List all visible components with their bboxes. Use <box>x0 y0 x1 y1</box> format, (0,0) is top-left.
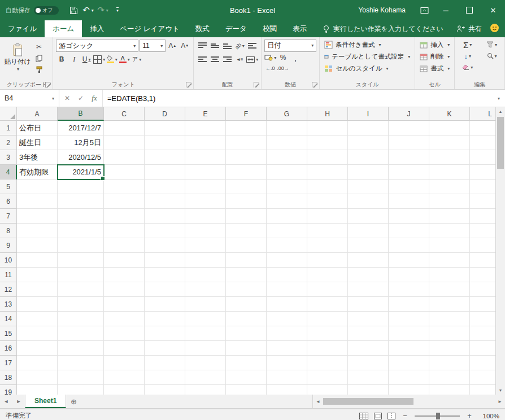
cell-I4[interactable] <box>348 165 389 180</box>
cell-I16[interactable] <box>348 341 389 356</box>
cell-G8[interactable] <box>267 224 307 238</box>
cell-H8[interactable] <box>307 224 348 238</box>
row-header-2[interactable]: 2 <box>0 135 17 150</box>
font-color-button[interactable]: A <box>119 54 130 65</box>
cell-C2[interactable] <box>104 135 145 150</box>
decrease-font-button[interactable]: A▼ <box>179 40 190 51</box>
decrease-decimal-button[interactable]: .00→ <box>277 63 289 74</box>
cell-C4[interactable] <box>104 165 145 180</box>
cell-A5[interactable] <box>17 180 58 194</box>
cell-B5[interactable] <box>58 180 104 194</box>
cell-G11[interactable] <box>267 268 307 282</box>
cell-L4[interactable] <box>470 165 495 180</box>
cell-H12[interactable] <box>307 282 348 297</box>
cell-A2[interactable]: 誕生日 <box>17 135 58 150</box>
cell-H3[interactable] <box>307 150 348 165</box>
cell-L7[interactable] <box>470 209 495 224</box>
cell-F11[interactable] <box>226 268 267 282</box>
cell-D11[interactable] <box>145 268 185 282</box>
cell-F4[interactable] <box>226 165 267 180</box>
conditional-formatting-button[interactable]: 条件付き書式 <box>323 39 412 51</box>
cell-K16[interactable] <box>429 341 470 356</box>
cell-G2[interactable] <box>267 135 307 150</box>
column-header-C[interactable]: C <box>104 107 145 121</box>
wrap-text-button[interactable] <box>246 40 258 51</box>
horizontal-scroll-thumb[interactable] <box>323 398 413 405</box>
cell-I19[interactable] <box>348 385 389 395</box>
cell-D5[interactable] <box>145 180 185 194</box>
cell-I18[interactable] <box>348 370 389 385</box>
row-header-7[interactable]: 7 <box>0 209 17 224</box>
cell-J4[interactable] <box>389 165 429 180</box>
cell-E12[interactable] <box>185 282 226 297</box>
align-middle-button[interactable] <box>209 40 220 51</box>
cell-D14[interactable] <box>145 312 185 326</box>
cell-J15[interactable] <box>389 326 429 341</box>
cell-J11[interactable] <box>389 268 429 282</box>
cell-D13[interactable] <box>145 297 185 312</box>
number-format-combo[interactable]: 日付 <box>264 40 316 52</box>
cell-F19[interactable] <box>226 385 267 395</box>
cell-E15[interactable] <box>185 326 226 341</box>
cell-K3[interactable] <box>429 150 470 165</box>
cell-G5[interactable] <box>267 180 307 194</box>
cell-J17[interactable] <box>389 356 429 370</box>
cell-K10[interactable] <box>429 253 470 268</box>
row-header-11[interactable]: 11 <box>0 268 17 282</box>
column-header-L[interactable]: L <box>470 107 495 121</box>
cut-button[interactable]: ✂ <box>33 41 45 53</box>
cell-H18[interactable] <box>307 370 348 385</box>
cell-A8[interactable] <box>17 224 58 238</box>
cell-D2[interactable] <box>145 135 185 150</box>
zoom-in-button[interactable]: + <box>465 412 473 420</box>
row-header-18[interactable]: 18 <box>0 370 17 385</box>
cell-E7[interactable] <box>185 209 226 224</box>
cell-A3[interactable]: 3年後 <box>17 150 58 165</box>
cell-C7[interactable] <box>104 209 145 224</box>
row-header-4[interactable]: 4 <box>0 165 17 180</box>
row-header-16[interactable]: 16 <box>0 341 17 356</box>
cell-F3[interactable] <box>226 150 267 165</box>
clipboard-dialog-launcher[interactable] <box>45 82 51 88</box>
cell-D16[interactable] <box>145 341 185 356</box>
cell-H19[interactable] <box>307 385 348 395</box>
qat-customize-button[interactable]: ▾ <box>111 3 124 18</box>
cell-B6[interactable] <box>58 194 104 209</box>
cell-I7[interactable] <box>348 209 389 224</box>
view-page-layout-button[interactable] <box>374 413 382 419</box>
cell-E10[interactable] <box>185 253 226 268</box>
cell-C16[interactable] <box>104 341 145 356</box>
maximize-button[interactable] <box>458 0 481 20</box>
cell-G13[interactable] <box>267 297 307 312</box>
cell-K4[interactable] <box>429 165 470 180</box>
tab-page-layout[interactable]: ページ レイアウト <box>112 20 188 37</box>
delete-cells-button[interactable]: 削除 <box>418 51 451 63</box>
cell-J13[interactable] <box>389 297 429 312</box>
tab-formulas[interactable]: 数式 <box>188 20 217 37</box>
cancel-button[interactable]: ✕ <box>60 90 74 107</box>
cell-L10[interactable] <box>470 253 495 268</box>
cell-H13[interactable] <box>307 297 348 312</box>
cell-L2[interactable] <box>470 135 495 150</box>
cell-H1[interactable] <box>307 121 348 135</box>
cell-C12[interactable] <box>104 282 145 297</box>
cell-E3[interactable] <box>185 150 226 165</box>
comma-button[interactable]: , <box>290 52 301 63</box>
cell-J14[interactable] <box>389 312 429 326</box>
row-header-12[interactable]: 12 <box>0 282 17 297</box>
tab-file[interactable]: ファイル <box>0 20 45 37</box>
cell-H17[interactable] <box>307 356 348 370</box>
row-header-13[interactable]: 13 <box>0 297 17 312</box>
cell-F12[interactable] <box>226 282 267 297</box>
column-header-E[interactable]: E <box>185 107 226 121</box>
cell-J3[interactable] <box>389 150 429 165</box>
cell-F9[interactable] <box>226 238 267 253</box>
paste-button[interactable]: 貼り付け <box>4 39 31 76</box>
zoom-slider[interactable] <box>415 415 460 417</box>
cell-L12[interactable] <box>470 282 495 297</box>
cell-D15[interactable] <box>145 326 185 341</box>
format-cells-button[interactable]: 書式 <box>418 63 451 75</box>
tab-home[interactable]: ホーム <box>45 20 82 37</box>
cell-J9[interactable] <box>389 238 429 253</box>
align-right-button[interactable] <box>221 54 233 65</box>
